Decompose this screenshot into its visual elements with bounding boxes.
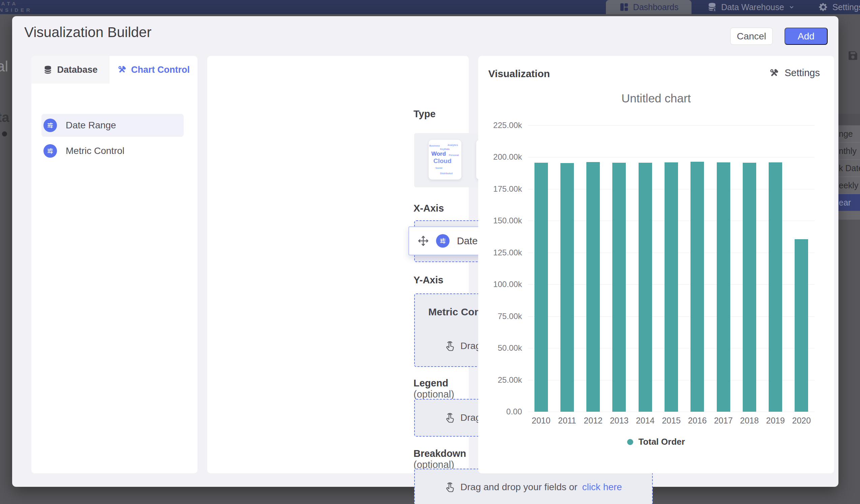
- tab-database-label: Database: [57, 65, 97, 75]
- field-item-metric-control[interactable]: Metric Control: [41, 140, 184, 162]
- background-list-item-selected: ear: [838, 194, 860, 211]
- move-icon: [417, 235, 429, 247]
- background-list-item: nthly: [838, 143, 860, 160]
- nav-item-data-warehouse[interactable]: Data Warehouse: [707, 0, 795, 14]
- x-tick-label: 2011: [554, 416, 580, 426]
- wordcloud-word: Analytics: [447, 144, 458, 146]
- sliders-icon: [43, 144, 57, 158]
- background-text-fragment: al: [0, 58, 8, 75]
- tap-icon: [445, 412, 456, 423]
- wordcloud-word: Cloud: [433, 157, 452, 165]
- field-item-label: Metric Control: [66, 146, 124, 156]
- top-nav-bar: DATA INSIDER Dashboards Data Warehouse S…: [0, 0, 860, 14]
- gridline: [528, 412, 815, 412]
- dashboard-icon: [619, 2, 629, 12]
- chart-type-wordcloud[interactable]: Business Analytics KeyData Word Cloud Pe…: [429, 140, 461, 179]
- type-section-label: Type: [414, 109, 436, 119]
- fields-panel-tabs: Database Chart Control: [31, 56, 198, 84]
- chart-area: Untitled chart 225.00k200.00k175.00k150.…: [478, 56, 834, 473]
- y-tick-label: 75.00k: [483, 312, 522, 321]
- bar: [586, 162, 600, 412]
- nav-tab-dashboards-label: Dashboards: [633, 2, 679, 12]
- x-tick-label: 2018: [736, 416, 762, 426]
- x-tick-label: 2019: [762, 416, 788, 426]
- x-tick-label: 2012: [580, 416, 606, 426]
- y-tick-label: 175.00k: [483, 184, 522, 194]
- bar: [743, 163, 756, 412]
- y-axis-section-label: Y-Axis: [414, 275, 443, 286]
- bar: [717, 162, 730, 412]
- background-bullet: [2, 131, 7, 136]
- wordcloud-word: Business: [429, 145, 440, 147]
- nav-tab-dashboards[interactable]: Dashboards: [606, 0, 691, 14]
- gear-icon: [818, 2, 828, 12]
- bar: [769, 162, 782, 412]
- database-icon: [43, 65, 53, 74]
- y-tick-label: 0.00: [483, 407, 522, 416]
- nav-item-settings-label: Settings: [832, 2, 860, 12]
- y-tick-label: 50.00k: [483, 343, 522, 353]
- tab-chart-control[interactable]: Chart Control: [110, 56, 198, 84]
- background-list-item: eekly: [838, 177, 860, 194]
- wordcloud-word: Word: [431, 150, 446, 157]
- add-button[interactable]: Add: [785, 28, 828, 45]
- background-dropdown-list: ngenthlyk Dateeeklyear: [838, 114, 860, 220]
- x-tick-label: 2016: [685, 416, 711, 426]
- tools-icon: [117, 65, 127, 74]
- x-tick-label: 2013: [606, 416, 632, 426]
- background-list-item: [838, 211, 860, 220]
- wordcloud-word: KeyData: [440, 148, 449, 150]
- bar: [639, 163, 652, 412]
- visualization-panel: Visualization Settings Untitled chart 22…: [478, 56, 834, 473]
- save-icon: [847, 50, 859, 61]
- bar: [612, 163, 626, 412]
- x-tick-label: 2014: [632, 416, 658, 426]
- tab-database[interactable]: Database: [31, 56, 110, 84]
- background-list-item: nge: [838, 125, 860, 143]
- legend-dot: [627, 439, 633, 445]
- app-logo: DATA INSIDER: [0, 0, 32, 13]
- nav-item-data-warehouse-label: Data Warehouse: [721, 2, 784, 12]
- x-tick-label: 2015: [658, 416, 684, 426]
- legend-section-label: Legend (optional): [414, 378, 469, 400]
- bar: [664, 162, 678, 412]
- legend-series-label: Total Order: [638, 437, 685, 447]
- y-tick-label: 150.00k: [483, 216, 522, 226]
- breakdown-section-label: Breakdown (optional): [414, 448, 469, 470]
- background-list-item: k Date: [838, 160, 860, 177]
- bar: [690, 162, 704, 412]
- background-text-fragment: ta: [0, 110, 10, 125]
- y-tick-label: 200.00k: [483, 152, 522, 162]
- chevron-down-icon: [788, 4, 795, 11]
- field-item-date-range[interactable]: Date Range: [41, 114, 184, 137]
- sliders-icon: [43, 119, 57, 132]
- bar: [560, 163, 574, 412]
- bar: [534, 163, 548, 412]
- tab-chart-control-label: Chart Control: [131, 65, 190, 75]
- modal-title: Visualization Builder: [24, 24, 151, 40]
- tap-icon: [445, 482, 456, 492]
- sliders-icon: [436, 234, 449, 248]
- field-item-label: Date Range: [66, 120, 116, 131]
- y-tick-label: 225.00k: [483, 120, 522, 130]
- bar: [794, 239, 808, 412]
- x-tick-label: 2010: [528, 416, 554, 426]
- y-tick-label: 100.00k: [483, 279, 522, 289]
- visualization-builder-modal: Visualization Builder Cancel Add Databas…: [12, 16, 838, 487]
- tap-icon: [445, 341, 456, 351]
- wordcloud-word: Distributed: [440, 172, 453, 174]
- chart-plot: [528, 125, 815, 412]
- x-axis-section-label: X-Axis: [414, 203, 444, 214]
- breakdown-dropzone[interactable]: Drag and drop your fields or click here: [414, 469, 653, 504]
- dropzone-click-here-link[interactable]: click here: [582, 482, 622, 492]
- y-tick-label: 125.00k: [483, 248, 522, 257]
- chart-title: Untitled chart: [478, 92, 834, 105]
- wordcloud-word: Social: [435, 167, 443, 169]
- x-tick-label: 2020: [789, 416, 815, 426]
- cancel-button[interactable]: Cancel: [730, 28, 773, 45]
- x-tick-label: 2017: [711, 416, 736, 426]
- background-dropdown-header: [838, 114, 860, 125]
- builder-panel: Type View all Business Analytics KeyData…: [207, 56, 469, 473]
- wordcloud-word: Personal: [449, 154, 459, 156]
- nav-item-settings[interactable]: Settings: [818, 0, 860, 14]
